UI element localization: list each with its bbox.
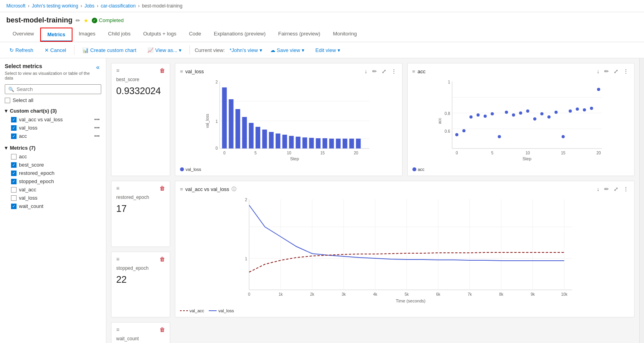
chart-icon: 📊 xyxy=(82,47,89,53)
view-as-label: View as... xyxy=(155,47,177,53)
more-val-loss-button[interactable]: ⋮ xyxy=(390,67,397,75)
svg-rect-11 xyxy=(236,109,240,148)
view-chevron-icon: ▾ xyxy=(260,47,262,53)
select-all-row: Select all xyxy=(5,97,101,103)
search-input[interactable] xyxy=(17,86,98,92)
metric-checkbox-stopped_epoch[interactable]: ✓ xyxy=(11,179,17,184)
metric-checkbox-val_loss[interactable] xyxy=(11,195,17,201)
create-chart-button[interactable]: 📊 Create custom chart xyxy=(79,46,139,55)
metric-name-wait_count: wait_count xyxy=(19,203,101,209)
metric-checkbox-best_score[interactable]: ✓ xyxy=(11,162,17,168)
breadcrumb-jobs[interactable]: Jobs xyxy=(84,3,94,9)
metric-checkbox-val_acc[interactable] xyxy=(11,187,17,193)
metric-card-value: 0.9332024 xyxy=(116,85,165,96)
custom-charts-section-header[interactable]: ▾ Custom chart(s) (3) xyxy=(5,106,101,115)
expand-val-loss-button[interactable]: ⤢ xyxy=(381,67,387,75)
tab-overview[interactable]: Overview xyxy=(6,28,40,42)
svg-point-56 xyxy=(533,117,536,121)
metric-item-val_acc: val_acc xyxy=(5,185,101,194)
save-view-button[interactable]: ☁ Save view ▾ xyxy=(267,46,308,55)
metric-checkbox-acc[interactable] xyxy=(11,154,17,159)
metric-checkbox-restored_epoch[interactable]: ✓ xyxy=(11,171,17,176)
svg-text:Step: Step xyxy=(290,156,299,161)
tab-child-jobs[interactable]: Child jobs xyxy=(102,28,137,42)
svg-point-58 xyxy=(547,115,550,119)
svg-rect-14 xyxy=(256,127,260,148)
svg-text:Time (seconds): Time (seconds) xyxy=(396,299,425,303)
tab-images[interactable]: Images xyxy=(72,28,102,42)
download-val-loss-button[interactable]: ↓ xyxy=(364,67,368,75)
drag-handle-icon[interactable]: ≡ xyxy=(116,67,119,74)
edit-acc-button[interactable]: ✏ xyxy=(603,67,610,75)
drag-handle-stopped-icon[interactable]: ≡ xyxy=(116,256,119,262)
delete-restored-icon[interactable]: 🗑 xyxy=(160,185,165,191)
svg-text:1: 1 xyxy=(215,119,218,124)
delete-card-icon[interactable]: 🗑 xyxy=(160,67,165,74)
svg-text:4k: 4k xyxy=(373,292,378,297)
tab-code[interactable]: Code xyxy=(183,28,208,42)
acc-drag-icon[interactable]: ≡ xyxy=(412,69,416,74)
current-view-dropdown[interactable]: *John's view ▾ xyxy=(230,47,262,53)
download-val-acc-button[interactable]: ↓ xyxy=(596,185,600,193)
tab-metrics[interactable]: Metrics xyxy=(40,28,72,42)
svg-point-59 xyxy=(554,111,557,114)
metric-checkbox-wait_count[interactable]: ✓ xyxy=(11,204,17,209)
svg-text:10: 10 xyxy=(525,151,530,155)
tab-fairness[interactable]: Fairness (preview) xyxy=(272,28,327,42)
custom-chart-item-0: ✓ val_acc vs val_loss ••• xyxy=(5,115,101,124)
tab-outputs-logs[interactable]: Outputs + logs xyxy=(137,28,182,42)
breadcrumb-microsoft[interactable]: Microsoft xyxy=(6,3,26,9)
custom-chart-more-2[interactable]: ••• xyxy=(93,133,101,139)
cancel-button[interactable]: ✕ Cancel xyxy=(41,46,69,55)
edit-view-chevron: ▾ xyxy=(338,47,340,53)
right-scrollbar[interactable] xyxy=(639,58,644,343)
metrics-section-header[interactable]: ▾ Metrics (7) xyxy=(5,143,101,152)
custom-chart-checkbox-1[interactable]: ✓ xyxy=(11,125,17,131)
drag-handle-wait-icon[interactable]: ≡ xyxy=(116,326,119,333)
refresh-button[interactable]: ↻ Refresh xyxy=(6,46,37,55)
custom-chart-name-2: acc xyxy=(19,133,90,139)
edit-view-button[interactable]: Edit view ▾ xyxy=(312,46,343,55)
tab-monitoring[interactable]: Monitoring xyxy=(327,28,363,42)
metric-item-stopped_epoch: ✓ stopped_epoch xyxy=(5,177,101,185)
more-val-acc-button[interactable]: ⋮ xyxy=(622,185,629,193)
svg-text:0: 0 xyxy=(455,151,458,155)
more-acc-button[interactable]: ⋮ xyxy=(622,67,629,75)
svg-text:7k: 7k xyxy=(468,292,472,297)
refresh-icon: ↻ xyxy=(9,47,14,53)
breadcrumb-car-classification[interactable]: car-classification xyxy=(101,3,136,9)
val-acc-drag-icon[interactable]: ≡ xyxy=(180,186,183,192)
tab-explanations[interactable]: Explanations (preview) xyxy=(208,28,272,42)
edit-title-icon[interactable]: ✏ xyxy=(76,17,80,24)
collapse-sidebar-button[interactable]: « xyxy=(95,63,101,72)
svg-point-62 xyxy=(575,108,579,111)
svg-point-65 xyxy=(597,88,600,91)
svg-text:0.8: 0.8 xyxy=(444,111,450,116)
status-icon xyxy=(92,18,97,23)
svg-text:8k: 8k xyxy=(499,292,504,297)
breadcrumb-workspace[interactable]: John's testing working xyxy=(32,3,78,9)
val-loss-chart: val_loss 2 1 0 xyxy=(180,78,397,165)
svg-rect-10 xyxy=(229,99,234,148)
expand-val-acc-button[interactable]: ⤢ xyxy=(613,185,619,193)
custom-chart-checkbox-2[interactable]: ✓ xyxy=(11,133,17,139)
select-all-checkbox[interactable] xyxy=(5,98,10,103)
delete-wait-icon[interactable]: 🗑 xyxy=(160,326,165,333)
help-icon[interactable]: ⓘ xyxy=(232,186,236,193)
drag-handle-restored-icon[interactable]: ≡ xyxy=(116,185,119,191)
val-loss-legend: val_loss xyxy=(180,167,397,172)
custom-chart-checkbox-0[interactable]: ✓ xyxy=(11,117,17,122)
download-acc-button[interactable]: ↓ xyxy=(596,67,600,75)
custom-chart-more-1[interactable]: ••• xyxy=(93,125,101,131)
edit-val-loss-button[interactable]: ✏ xyxy=(371,67,378,75)
delete-stopped-icon[interactable]: 🗑 xyxy=(160,256,165,262)
favorite-icon[interactable]: ★ xyxy=(84,17,89,24)
expand-acc-button[interactable]: ⤢ xyxy=(613,67,619,75)
view-as-button[interactable]: 📈 View as... ▾ xyxy=(144,46,185,55)
chart-drag-icon[interactable]: ≡ xyxy=(180,69,183,74)
edit-val-acc-button[interactable]: ✏ xyxy=(603,185,610,193)
custom-chart-more-0[interactable]: ••• xyxy=(93,117,101,122)
page-title: best-model-training xyxy=(6,16,72,24)
svg-point-54 xyxy=(519,111,522,115)
svg-text:0: 0 xyxy=(248,292,251,297)
